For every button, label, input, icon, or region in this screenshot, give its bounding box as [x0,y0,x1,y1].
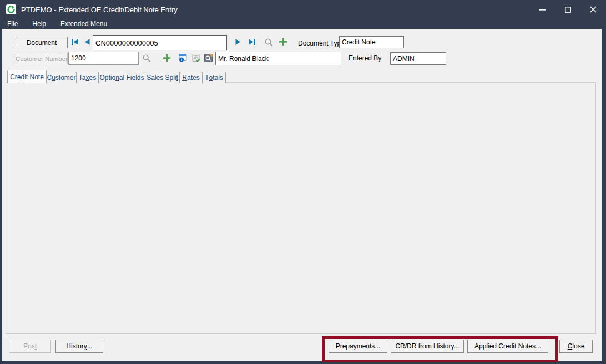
prepayments-button[interactable]: Prepayments... [329,340,387,353]
menu-help[interactable]: Help [25,19,53,29]
title-bar: PTDEMO - Extended OE Credit/Debit Note E… [0,0,606,19]
tab-credit-note[interactable]: Credit Note [7,70,47,83]
menu-extended[interactable]: Extended Menu [53,19,114,29]
last-record-icon[interactable] [248,38,256,46]
tab-totals[interactable]: Totals [202,72,226,83]
entered-by-field: ADMIN [390,52,446,65]
tab-panel [6,82,596,334]
document-button[interactable]: Document [16,37,68,48]
next-record-icon[interactable] [235,38,241,46]
document-number-input[interactable]: CN0000000000005 [93,35,227,50]
app-icon [6,4,17,15]
tab-sales-split[interactable]: Sales Split [145,72,180,83]
customer-finder-icon[interactable] [142,54,151,63]
crdr-from-history-button[interactable]: CR/DR from History... [391,340,464,353]
tab-rates[interactable]: Rates [179,72,203,83]
tab-customer[interactable]: Customer [46,72,77,83]
document-type-label: Document Type [298,39,345,47]
new-customer-icon[interactable] [163,54,171,62]
menu-file[interactable]: File [0,19,25,29]
post-button: Post [9,340,51,353]
customer-info-icon[interactable] [178,53,188,63]
previous-record-icon[interactable] [84,38,90,46]
window-title: PTDEMO - Extended OE Credit/Debit Note E… [21,6,178,14]
document-finder-icon[interactable] [264,38,274,47]
tab-taxes[interactable]: Taxes [76,72,99,83]
menu-bar: File Help Extended Menu [0,19,606,29]
new-document-icon[interactable] [279,37,287,46]
window-content: Document CN0000000000005 Document Type C… [2,29,602,361]
first-record-icon[interactable] [71,38,79,46]
customer-preview-icon[interactable] [204,53,213,63]
customer-number-button: Customer Number [16,53,68,64]
close-window-button[interactable] [580,0,606,19]
applied-credit-notes-button[interactable]: Applied Credit Notes... [467,340,548,353]
history-button[interactable]: History... [55,340,103,353]
entered-by-label: Entered By [349,54,381,62]
customer-verify-icon[interactable] [191,53,200,63]
close-button[interactable]: Close [559,340,593,353]
document-type-field: Credit Note [339,36,404,48]
tab-optional-fields[interactable]: Optional Fields [98,72,145,83]
customer-number-input[interactable]: 1200 [68,52,139,65]
minimize-button[interactable] [529,0,555,19]
customer-name-field: Mr. Ronald Black [215,52,341,65]
app-window: PTDEMO - Extended OE Credit/Debit Note E… [0,0,606,364]
maximize-button[interactable] [555,0,580,19]
